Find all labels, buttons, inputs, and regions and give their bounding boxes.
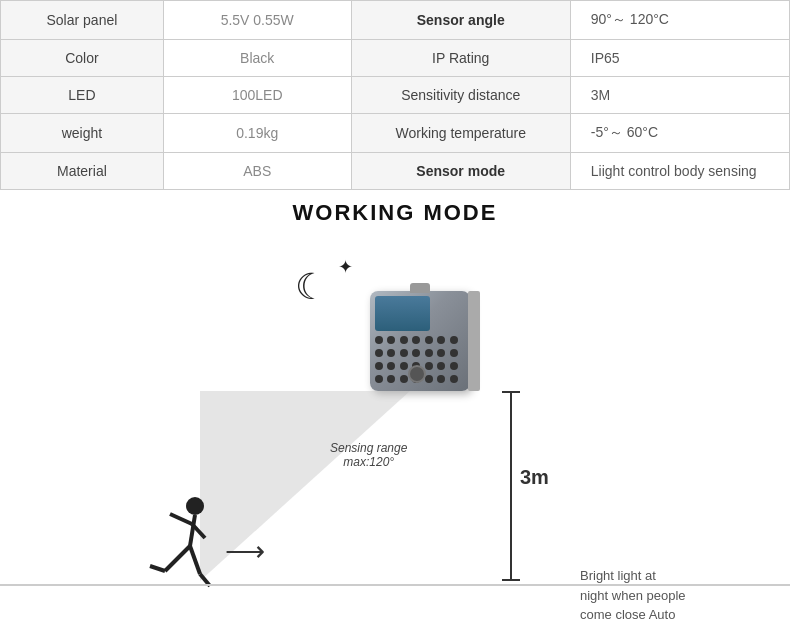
spec-label-left: Solar panel <box>1 1 164 40</box>
working-mode-section: WORKING MODE <box>0 190 790 226</box>
solar-panel-visual <box>375 296 430 331</box>
diagram-container: ☾ ✦ Sensing range max:12 <box>0 236 790 626</box>
spec-value-left: 5.5V 0.55W <box>163 1 351 40</box>
measure-line <box>510 391 512 581</box>
moon-icon: ☾ <box>295 266 327 308</box>
measure-bottom-tick <box>502 579 520 581</box>
svg-line-1 <box>190 515 195 546</box>
running-person <box>140 496 220 596</box>
spec-value-right: IP65 <box>570 40 789 77</box>
spec-label-left: weight <box>1 114 164 153</box>
motion-sensor <box>408 365 426 383</box>
spec-value-left: Black <box>163 40 351 77</box>
spec-label-right: Working temperature <box>351 114 570 153</box>
spec-table: Solar panel 5.5V 0.55W Sensor angle 90°～… <box>0 0 790 190</box>
table-row: LED 100LED Sensitivity distance 3M <box>1 77 790 114</box>
solar-light-device <box>370 291 470 401</box>
svg-line-5 <box>190 546 200 574</box>
device-tab <box>410 283 430 293</box>
spec-value-right: Liight control body sensing <box>570 153 789 190</box>
svg-line-6 <box>150 566 165 571</box>
spec-value-right: 90°～ 120°C <box>570 1 789 40</box>
measure-label: 3m <box>520 466 549 489</box>
sensing-range-label: Sensing range max:120° <box>330 441 407 469</box>
spec-label-right: Sensor mode <box>351 153 570 190</box>
spec-label-left: Material <box>1 153 164 190</box>
svg-point-0 <box>186 497 204 515</box>
table-row: Color Black IP Rating IP65 <box>1 40 790 77</box>
svg-line-4 <box>165 546 190 571</box>
mounting-bracket <box>468 291 480 391</box>
star-icon: ✦ <box>338 256 353 278</box>
table-row: Solar panel 5.5V 0.55W Sensor angle 90°～… <box>1 1 790 40</box>
spec-value-left: 100LED <box>163 77 351 114</box>
spec-label-left: Color <box>1 40 164 77</box>
table-row: weight 0.19kg Working temperature -5°～ 6… <box>1 114 790 153</box>
spec-value-right: -5°～ 60°C <box>570 114 789 153</box>
section-title: WORKING MODE <box>0 200 790 226</box>
bright-light-description: Bright light at night when people come c… <box>580 566 686 626</box>
direction-arrow: ⟶ <box>225 535 265 568</box>
spec-value-right: 3M <box>570 77 789 114</box>
device-body <box>370 291 470 391</box>
spec-label-right: IP Rating <box>351 40 570 77</box>
table-row: Material ABS Sensor mode Liight control … <box>1 153 790 190</box>
spec-value-left: ABS <box>163 153 351 190</box>
spec-value-left: 0.19kg <box>163 114 351 153</box>
spec-label-right: Sensitivity distance <box>351 77 570 114</box>
spec-label-right: Sensor angle <box>351 1 570 40</box>
svg-line-2 <box>170 514 192 524</box>
spec-label-left: LED <box>1 77 164 114</box>
